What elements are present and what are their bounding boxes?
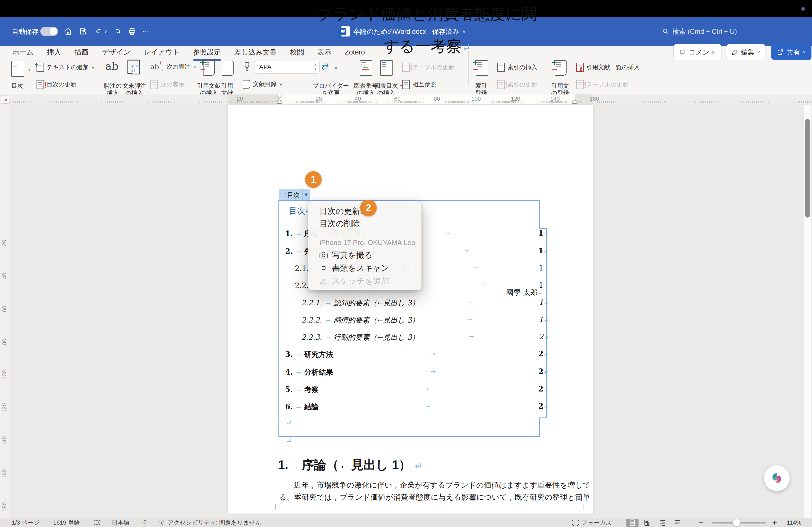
pilcrow-mark: ↵ bbox=[286, 419, 292, 427]
tab-stop-selector[interactable]: ⇥ bbox=[1, 95, 9, 104]
camera-icon bbox=[320, 252, 328, 259]
redo-icon[interactable] bbox=[112, 17, 124, 46]
spellcheck-icon[interactable] bbox=[93, 518, 100, 527]
menu-item-scan-documents[interactable]: 書類をスキャン bbox=[320, 262, 389, 274]
add-text-button[interactable]: + テキストの追加∨ bbox=[37, 63, 95, 72]
vertical-ruler[interactable]: 20 40 60 80 100 120 140 160 180 200 220 bbox=[0, 104, 10, 518]
toc-entry[interactable]: 4.→分析結果 → 2↵ bbox=[285, 367, 548, 378]
toc-icon bbox=[11, 61, 24, 77]
toc-entry[interactable]: 2.2.2.→感情的要素（←見出し 3） → 1↵ bbox=[301, 315, 548, 326]
language-indicator[interactable]: 日本語 bbox=[112, 518, 129, 527]
update-index-icon: ! bbox=[497, 80, 505, 89]
insert-citation-icon[interactable]: +− bbox=[203, 60, 215, 76]
insert-index-button[interactable]: 索引の挿入 bbox=[497, 63, 537, 72]
horizontal-ruler[interactable]: 20 20 40 60 80 100 120 140 160 bbox=[0, 94, 812, 104]
zoom-slider-knob[interactable] bbox=[733, 519, 740, 526]
tab-home[interactable]: ホーム bbox=[12, 46, 34, 58]
save-icon[interactable] bbox=[77, 17, 89, 46]
focus-mode-button[interactable]: フォーカス bbox=[572, 518, 612, 527]
toc-entry[interactable]: 2.2.1.→認知的要素（←見出し 3） → 1↵ bbox=[301, 298, 548, 309]
zoom-percentage[interactable]: 114% bbox=[787, 518, 801, 527]
search-box[interactable]: 検索 (Cmd + Ctrl + U) bbox=[662, 17, 737, 46]
right-indent-marker[interactable] bbox=[571, 99, 578, 104]
status-bar: 1/3 ページ 1619 単語 日本語 アクセシビリティ: 問題ありません フォ… bbox=[0, 518, 812, 527]
view-buttons bbox=[626, 518, 684, 527]
pencil-icon bbox=[732, 49, 738, 55]
toc-entry[interactable]: 3.→研究方法 → 2↵ bbox=[285, 350, 548, 360]
bibliography-icon bbox=[243, 80, 250, 89]
ruler-number: 80 bbox=[434, 95, 440, 102]
more-commands-icon[interactable]: ⋯ bbox=[142, 17, 149, 46]
word-window: 自動保存 ∨ ⋯ W 卒論のためのWord.docx - 保存済み ∨ 検 bbox=[0, 0, 812, 527]
accessibility-status[interactable]: アクセシビリティ: 問題ありません bbox=[158, 518, 261, 527]
update-toc-button[interactable]: ! 目次の更新 bbox=[37, 80, 76, 89]
undo-icon[interactable] bbox=[93, 17, 105, 46]
zoom-slider[interactable] bbox=[712, 518, 766, 527]
copilot-button[interactable] bbox=[764, 465, 790, 491]
ruler-number: 20 bbox=[316, 95, 322, 102]
ruler-number: 180 bbox=[1, 501, 8, 512]
step-badge-2: 2 bbox=[360, 200, 377, 216]
toc-entry[interactable]: 6.→結論 → 2↵ bbox=[285, 402, 548, 413]
ruler-number: 160 bbox=[590, 95, 599, 102]
zoom-in-button[interactable]: + bbox=[772, 518, 777, 527]
print-icon[interactable] bbox=[126, 17, 138, 46]
insert-index-icon bbox=[497, 63, 505, 72]
toc-button[interactable] bbox=[11, 61, 24, 77]
toc-entry[interactable]: 2.2.3.→行動的要素（←見出し 3） → 2↵ bbox=[301, 332, 548, 343]
draft-view-button[interactable] bbox=[671, 519, 684, 527]
page-indicator[interactable]: 1/3 ページ bbox=[12, 518, 40, 527]
update-table-icon: ! bbox=[402, 63, 410, 72]
tab-draw[interactable]: 描画 bbox=[74, 46, 89, 58]
toc-chevron-icon[interactable]: ∨ bbox=[28, 67, 31, 72]
ruler-number: 140 bbox=[550, 95, 560, 102]
update-toa-button: ! テーブルの更新 bbox=[576, 80, 628, 89]
share-button[interactable]: 共有∨ bbox=[771, 44, 811, 60]
tab-references[interactable]: 参照設定 bbox=[192, 46, 221, 58]
tab-mailings[interactable]: 差し込み文書 bbox=[234, 46, 277, 58]
vertical-scrollbar-thumb[interactable] bbox=[805, 119, 810, 217]
insert-toa-icon: ℓ bbox=[576, 63, 584, 72]
autosave-toggle[interactable] bbox=[40, 17, 58, 46]
text-selection-icon[interactable] bbox=[142, 518, 148, 527]
home-icon[interactable] bbox=[62, 17, 74, 46]
menu-item-update-toc[interactable]: 目次の更新... bbox=[320, 205, 367, 217]
text-boundary-mark bbox=[577, 504, 583, 510]
update-toa-icon: ! bbox=[576, 80, 584, 89]
copilot-icon bbox=[770, 472, 783, 485]
toc-entry[interactable]: 5.→考察 → 2↵ bbox=[285, 385, 548, 395]
tab-layout[interactable]: レイアウト bbox=[143, 46, 180, 58]
tab-design[interactable]: デザイン bbox=[101, 46, 131, 58]
undo-dropdown-chevron[interactable]: ∨ bbox=[104, 17, 107, 46]
first-line-indent-marker[interactable] bbox=[276, 94, 283, 99]
word-count[interactable]: 1619 単語 bbox=[53, 518, 80, 527]
print-layout-view-button[interactable] bbox=[626, 519, 639, 527]
ruler-number: 80 bbox=[1, 336, 8, 347]
web-layout-view-button[interactable] bbox=[641, 519, 654, 527]
toggle-knob bbox=[50, 28, 57, 35]
menu-divider bbox=[320, 232, 413, 233]
add-text-icon: + bbox=[37, 63, 44, 72]
next-footnote-button[interactable]: ab1→ 次の脚注∨ bbox=[150, 63, 196, 71]
scan-icon bbox=[320, 264, 328, 272]
cross-reference-button[interactable]: − 相互参照 bbox=[402, 80, 436, 89]
citations-icon[interactable] bbox=[222, 61, 234, 76]
menu-item-delete-toc[interactable]: 目次の削除 bbox=[320, 217, 360, 229]
zoom-out-button[interactable]: − bbox=[699, 518, 704, 527]
insert-endnote-icon[interactable]: i bbox=[126, 60, 141, 77]
cross-reference-icon: − bbox=[402, 80, 410, 89]
accessibility-icon bbox=[158, 520, 165, 526]
tab-insert[interactable]: 挿入 bbox=[46, 46, 61, 58]
bibliography-button[interactable]: 文献目録∨ bbox=[243, 80, 282, 89]
document-page[interactable]: ブランド価値と消費者態度に関 する一考察↵ 國學 太郎↵ ⋮⋮ 目次 ▼ 目次↵… bbox=[228, 105, 593, 514]
search-label: 検索 (Cmd + Ctrl + U) bbox=[672, 27, 737, 36]
comments-button[interactable]: コメント bbox=[673, 44, 722, 60]
show-notes-button: 注の表示 bbox=[150, 80, 185, 89]
edit-mode-button[interactable]: 編集∨ bbox=[726, 44, 766, 60]
update-toc-icon: ! bbox=[37, 80, 44, 89]
add-text-chevron-icon: ∨ bbox=[91, 65, 95, 70]
ruler-number: 20 bbox=[236, 95, 243, 102]
outline-view-button[interactable] bbox=[656, 519, 669, 527]
menu-item-take-photo[interactable]: 写真を撮る bbox=[320, 249, 373, 261]
insert-table-of-authorities-button[interactable]: ℓ 引用文献一覧の挿入 bbox=[576, 63, 640, 72]
